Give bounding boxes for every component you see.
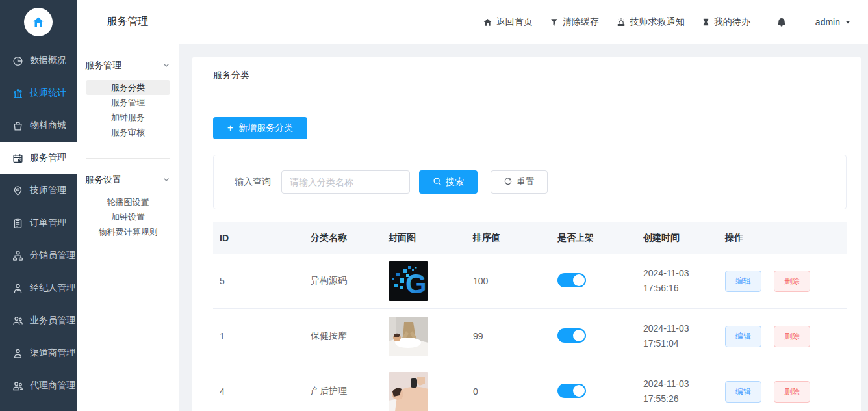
cell-id: 4	[213, 386, 304, 397]
notification-bell-icon[interactable]	[776, 17, 787, 28]
siren-icon	[616, 17, 626, 27]
sidebar-item-salesman-mgmt[interactable]: 业务员管理	[0, 304, 77, 337]
sidebar-item-service-mgmt[interactable]: 服务管理	[0, 142, 77, 174]
user-menu[interactable]: admin	[815, 17, 851, 27]
cell-created: 2024-11-03 17:51:04	[637, 321, 719, 351]
secondary-sidebar-title: 服务管理	[77, 0, 179, 44]
cell-name: 异构源码	[304, 275, 382, 287]
onsale-toggle[interactable]	[557, 328, 586, 343]
submenu-item-addclock-settings[interactable]: 加钟设置	[86, 209, 170, 224]
table-row: 5 异构源码 G 100	[213, 254, 847, 309]
content-card: 服务分类 + 新增服务分类 输入查询 搜索	[192, 57, 861, 411]
sidebar-item-distributor-mgmt[interactable]: 分销员管理	[0, 239, 77, 272]
onsale-toggle[interactable]	[557, 273, 586, 287]
cover-image[interactable]: G	[389, 261, 428, 301]
col-cover: 封面图	[382, 232, 466, 244]
delete-button[interactable]: 删除	[774, 381, 810, 403]
sidebar-item-label: 订单管理	[30, 217, 66, 229]
edit-button[interactable]: 编辑	[725, 381, 761, 403]
cell-onsale	[551, 384, 637, 400]
search-label: 输入查询	[235, 176, 271, 188]
toggle-knob	[573, 330, 585, 341]
reset-icon	[504, 177, 513, 188]
search-panel: 输入查询 搜索 重置	[213, 155, 847, 209]
app-window: 数据概况 技师统计 物料商城 服务管理 技师管理	[0, 0, 868, 411]
rescue-notice-label: 技师求救通知	[630, 16, 685, 28]
col-id: ID	[213, 233, 304, 243]
chevron-down-icon	[162, 175, 170, 185]
logo[interactable]	[0, 0, 77, 44]
delete-button[interactable]: 删除	[774, 271, 810, 292]
table-row: 1 保健按摩	[213, 309, 847, 364]
username: admin	[815, 17, 840, 27]
sidebar-item-tech-mgmt[interactable]: 技师管理	[0, 174, 77, 207]
cell-actions: 编辑 删除	[719, 271, 847, 292]
hourglass-icon	[702, 18, 710, 27]
sidebar-item-channel-mgmt[interactable]: 渠道商管理	[0, 337, 77, 369]
sidebar-item-label: 代理商管理	[30, 380, 75, 391]
submenu-item-service-category[interactable]: 服务分类	[86, 80, 170, 95]
col-actions: 操作	[719, 232, 847, 244]
edit-button[interactable]: 编辑	[725, 326, 761, 347]
sidebar-item-label: 物料商城	[30, 120, 66, 131]
sidebar-item-order-mgmt[interactable]: 订单管理	[0, 207, 77, 239]
category-name-input[interactable]	[281, 170, 410, 194]
sidebar-item-label: 业务员管理	[30, 315, 75, 326]
cell-cover	[382, 372, 466, 411]
search-button[interactable]: 搜索	[419, 170, 478, 194]
back-home-label: 返回首页	[496, 16, 533, 28]
clear-cache-link[interactable]: 清除缓存	[550, 16, 599, 28]
sidebar-item-label: 服务管理	[30, 152, 66, 164]
shop-bag-icon	[12, 120, 23, 131]
cell-onsale	[551, 328, 637, 345]
add-category-button[interactable]: + 新增服务分类	[213, 117, 307, 139]
rescue-notice-link[interactable]: 技师求救通知	[616, 16, 685, 28]
submenu-item-service-mgmt[interactable]: 服务管理	[86, 95, 170, 110]
cover-image[interactable]	[389, 317, 428, 356]
toggle-knob	[573, 274, 585, 286]
location-pin-icon	[12, 185, 23, 196]
submenu-list: 服务分类 服务管理 加钟服务 服务审核	[77, 80, 179, 140]
add-category-label: 新增服务分类	[238, 122, 293, 134]
cell-id: 1	[213, 331, 304, 341]
created-date: 2024-11-03	[643, 321, 719, 336]
pie-chart-icon	[12, 55, 23, 66]
sidebar-item-tech-stats[interactable]: 技师统计	[0, 77, 77, 109]
created-date: 2024-11-03	[643, 377, 719, 391]
funnel-icon	[550, 18, 559, 27]
cell-actions: 编辑 删除	[719, 381, 847, 403]
sidebar-item-data-overview[interactable]: 数据概况	[0, 44, 77, 77]
sidebar-item-label: 技师统计	[30, 87, 66, 99]
sidebar-item-label: 渠道商管理	[30, 347, 75, 359]
divider	[86, 258, 170, 258]
submenu-group-service-mgmt[interactable]: 服务管理	[77, 44, 179, 72]
submenu-group-label: 服务管理	[85, 60, 121, 72]
my-todo-link[interactable]: 我的待办	[702, 16, 750, 28]
cover-image[interactable]	[389, 372, 428, 411]
created-date: 2024-11-03	[643, 266, 719, 281]
sidebar-item-broker-mgmt[interactable]: 经纪人管理	[0, 272, 77, 304]
person-icon	[12, 348, 23, 359]
home-logo-icon	[24, 8, 53, 36]
onsale-toggle[interactable]	[557, 384, 586, 398]
edit-button[interactable]: 编辑	[725, 271, 761, 292]
sidebar-item-label: 分销员管理	[30, 250, 75, 261]
submenu-group-service-settings[interactable]: 服务设置	[77, 159, 179, 186]
submenu-item-service-audit[interactable]: 服务审核	[86, 125, 170, 140]
submenu-item-addclock-service[interactable]: 加钟服务	[86, 110, 170, 125]
submenu-group-label: 服务设置	[85, 174, 121, 186]
my-todo-label: 我的待办	[714, 16, 750, 28]
reset-button[interactable]: 重置	[491, 170, 548, 194]
created-time: 17:56:16	[643, 281, 719, 296]
sidebar-item-material-mall[interactable]: 物料商城	[0, 109, 77, 142]
submenu-item-material-fee-rules[interactable]: 物料费计算规则	[86, 224, 170, 239]
submenu-item-carousel-settings[interactable]: 轮播图设置	[86, 194, 170, 209]
created-time: 17:51:04	[643, 336, 719, 351]
col-sort: 排序值	[466, 232, 551, 244]
cell-actions: 编辑 删除	[719, 326, 847, 347]
sidebar-item-agent-mgmt[interactable]: 代理商管理	[0, 369, 77, 402]
delete-button[interactable]: 删除	[774, 326, 810, 347]
table-header-row: ID 分类名称 封面图 排序值 是否上架 创建时间 操作	[213, 222, 847, 254]
home-icon	[483, 18, 492, 27]
back-home-link[interactable]: 返回首页	[483, 16, 533, 28]
